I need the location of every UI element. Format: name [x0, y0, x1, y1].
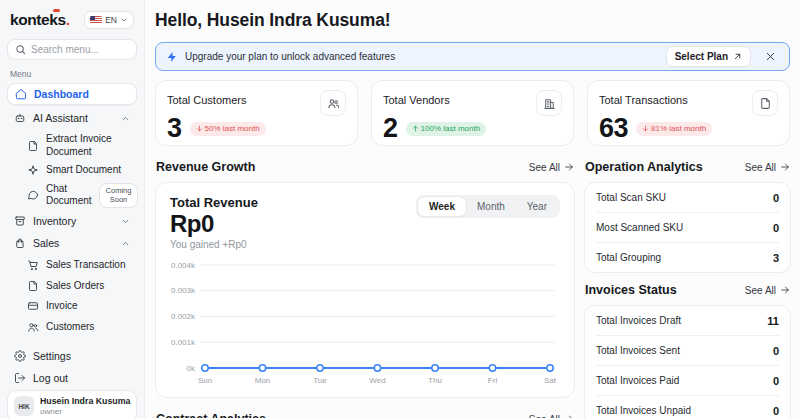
revenue-subtitle: You gained +Rp0 — [170, 239, 258, 250]
document-icon — [27, 140, 39, 152]
chevron-up-icon — [121, 239, 130, 248]
arrow-right-icon — [564, 414, 574, 418]
search-icon — [15, 44, 26, 55]
coming-soon-badge: Coming Soon — [99, 183, 139, 209]
stat-change-badge: 81% last month — [636, 122, 712, 136]
menu-section-label: Menu — [10, 69, 134, 79]
sidebar-item-sales-transaction[interactable]: Sales Transaction — [7, 255, 137, 276]
list-item: Total Invoices Draft11 — [596, 306, 779, 335]
sparkle-icon — [27, 164, 39, 176]
svg-text:Wed: Wed — [369, 376, 385, 385]
svg-text:Mon: Mon — [255, 376, 271, 385]
tab-year[interactable]: Year — [516, 197, 558, 216]
chevron-down-icon — [121, 217, 130, 226]
svg-text:0.004k: 0.004k — [171, 261, 196, 270]
cart-icon — [27, 259, 39, 271]
svg-text:Sat: Sat — [544, 376, 557, 385]
banner-text: Upgrade your plan to unlock advanced fea… — [185, 51, 659, 62]
sidebar-item-invoice[interactable]: Invoice — [7, 296, 137, 317]
main-content: Hello, Husein Indra Kusuma! Upgrade your… — [145, 0, 800, 418]
sidebar: konteks. EN Search menu... Menu Dashboar… — [0, 0, 145, 418]
document-icon — [752, 90, 778, 116]
card-icon — [27, 300, 39, 312]
search-input[interactable]: Search menu... — [7, 39, 137, 60]
sidebar-item-chat-document[interactable]: Chat Document Coming Soon — [7, 180, 137, 212]
users-icon — [320, 90, 346, 116]
stat-card-total-transactions: Total Transactions 63 81% last month — [587, 80, 790, 146]
users-icon — [27, 321, 39, 333]
svg-text:Sun: Sun — [198, 376, 212, 385]
analytics-column: Operation Analytics See All Total Scan S… — [584, 158, 791, 418]
invoices-status-card: Total Invoices Draft11 Total Invoices Se… — [584, 305, 791, 418]
bot-icon — [14, 112, 26, 124]
logo: konteks. — [10, 11, 70, 29]
arrow-up-right-icon — [733, 52, 742, 61]
chevron-down-icon — [120, 16, 128, 24]
tab-week[interactable]: Week — [418, 197, 466, 216]
arrow-right-icon — [780, 162, 790, 172]
arrow-right-icon — [780, 285, 790, 295]
upgrade-banner: Upgrade your plan to unlock advanced fea… — [155, 42, 790, 71]
archive-icon — [14, 215, 26, 227]
operation-analytics-card: Total Scan SKU0 Most Scanned SKU0 Total … — [584, 182, 791, 273]
home-icon — [15, 88, 27, 100]
revenue-column: Revenue Growth See All Total Revenue Rp0… — [155, 158, 575, 418]
svg-text:0k: 0k — [187, 364, 196, 373]
gear-icon — [14, 350, 26, 362]
stat-value: 2 — [383, 113, 398, 144]
stat-card-total-customers: Total Customers 3 50% last month — [155, 80, 358, 146]
stat-value: 3 — [167, 113, 182, 144]
chevron-up-icon — [121, 114, 130, 123]
svg-text:0.001k: 0.001k — [171, 338, 196, 347]
language-selector[interactable]: EN — [84, 11, 134, 29]
lightning-icon — [166, 51, 178, 63]
see-all-revenue-link[interactable]: See All — [529, 162, 574, 173]
section-title-revenue-growth: Revenue Growth — [156, 160, 255, 174]
tab-month[interactable]: Month — [466, 197, 516, 216]
sidebar-item-extract-invoice-document[interactable]: Extract Invoice Document — [7, 130, 137, 161]
sidebar-item-sales[interactable]: Sales — [7, 233, 137, 253]
section-title-operation-analytics: Operation Analytics — [585, 160, 703, 174]
stat-change-badge: 50% last month — [190, 122, 266, 136]
user-name: Husein Indra Kusuma — [40, 396, 130, 407]
sidebar-item-settings[interactable]: Settings — [7, 346, 137, 366]
svg-text:Thu: Thu — [428, 376, 442, 385]
see-all-contract-link[interactable]: See All — [529, 414, 574, 418]
list-item: Total Invoices Sent0 — [596, 335, 779, 365]
revenue-chart: 0.004k0.003k0.002k0.001k0kSunMonTueWedTh… — [170, 256, 560, 390]
sidebar-item-logout[interactable]: Log out — [7, 368, 137, 388]
page-title: Hello, Husein Indra Kusuma! — [155, 10, 790, 31]
list-item: Total Invoices Paid0 — [596, 365, 779, 395]
revenue-card: Total Revenue Rp0 You gained +Rp0 Week M… — [155, 182, 575, 398]
chat-icon — [27, 189, 39, 201]
svg-text:0.002k: 0.002k — [171, 312, 196, 321]
search-placeholder: Search menu... — [31, 44, 99, 55]
see-all-operation-link[interactable]: See All — [745, 162, 790, 173]
building-icon — [536, 90, 562, 116]
sidebar-item-inventory[interactable]: Inventory — [7, 211, 137, 231]
stat-change-badge: 100% last month — [406, 122, 487, 136]
list-item: Total Scan SKU0 — [596, 183, 779, 212]
sidebar-item-sales-orders[interactable]: Sales Orders — [7, 276, 137, 297]
section-title-invoices-status: Invoices Status — [585, 283, 677, 297]
list-item: Most Scanned SKU0 — [596, 212, 779, 242]
user-profile[interactable]: HIK Husein Indra Kusuma owner — [7, 390, 137, 418]
section-title-contract-analytics: Contract Analytics — [156, 412, 266, 418]
see-all-invoices-link[interactable]: See All — [745, 285, 790, 296]
revenue-value: Rp0 — [170, 211, 258, 236]
sidebar-item-dashboard[interactable]: Dashboard — [7, 83, 137, 105]
list-item: Total Grouping3 — [596, 242, 779, 272]
svg-text:Fri: Fri — [488, 376, 498, 385]
select-plan-button[interactable]: Select Plan — [666, 46, 751, 67]
arrow-up-icon — [412, 125, 419, 132]
stats-row: Total Customers 3 50% last month Total V… — [155, 80, 790, 146]
document-icon — [27, 280, 39, 292]
sidebar-item-ai-assistant[interactable]: AI Assistant — [7, 108, 137, 128]
arrow-down-icon — [196, 125, 203, 132]
sidebar-item-customers[interactable]: Customers — [7, 317, 137, 338]
stat-title: Total Transactions — [599, 94, 688, 106]
sidebar-item-smart-document[interactable]: Smart Document — [7, 161, 137, 180]
list-item: Total Invoices Unpaid0 — [596, 395, 779, 418]
close-icon[interactable] — [765, 51, 776, 62]
bag-icon — [14, 237, 26, 249]
